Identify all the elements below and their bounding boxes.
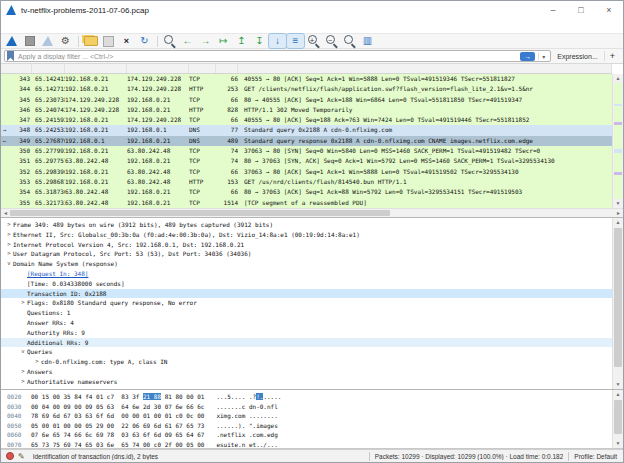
expander-icon[interactable] [19, 308, 27, 318]
scrollbar-thumb[interactable] [10, 210, 390, 216]
packet-list-scrollbar[interactable]: ▲ ▼ [612, 74, 623, 208]
hex-line[interactable]: 0050 05 00 01 00 00 05 29 00 22 06 69 6d… [1, 421, 612, 431]
profile-text[interactable]: Profile: Default [574, 453, 623, 460]
detail-line[interactable]: [Request In: 348] [1, 269, 612, 279]
capture-comment-icon[interactable]: ✎ [18, 452, 25, 461]
expander-icon[interactable] [19, 328, 27, 338]
goto-packet-icon[interactable]: ↦ [215, 34, 232, 48]
colorize-icon[interactable]: ≡ [287, 34, 304, 48]
expander-icon[interactable]: > [5, 249, 13, 259]
expander-icon[interactable] [19, 338, 27, 348]
previous-packet-icon[interactable]: ← [179, 34, 196, 48]
scrollbar-thumb[interactable] [614, 228, 622, 367]
packet-row[interactable]: 352 65.298396 192.168.0.21 63.80.242.48 … [1, 167, 612, 177]
column-header[interactable] [35, 64, 65, 73]
expander-icon[interactable] [19, 289, 27, 299]
details-scrollbar[interactable]: ▲ ▼ [612, 218, 623, 389]
packet-row[interactable]: ← 349 65.276870 192.168.0.1 192.168.0.21… [1, 136, 612, 146]
expander-icon[interactable]: > [5, 240, 13, 250]
detail-line[interactable]: >Answers [1, 367, 612, 377]
packet-row[interactable]: 343 65.142415 192.168.0.21 174.129.249.2… [1, 74, 612, 84]
zoom-out-icon[interactable]: − [323, 34, 340, 48]
detail-line[interactable]: >Flags: 0x8180 Standard query response, … [1, 298, 612, 308]
column-header[interactable] [127, 64, 189, 73]
detail-line[interactable]: [Time: 0.034338000 seconds] [1, 279, 612, 289]
autoscroll-icon[interactable]: ↓ [269, 34, 286, 48]
scroll-up-icon[interactable]: ▲ [613, 74, 623, 83]
open-file-icon[interactable] [82, 34, 99, 48]
column-header[interactable] [244, 64, 612, 73]
scroll-down-icon[interactable]: ▼ [613, 439, 623, 448]
scroll-right-icon[interactable]: ► [616, 209, 621, 218]
expander-icon[interactable]: > [5, 230, 13, 240]
detail-line[interactable]: >User Datagram Protocol, Src Port: 53 (5… [1, 249, 612, 259]
resize-columns-icon[interactable]: ▥ [359, 34, 376, 48]
column-header[interactable] [8, 64, 32, 73]
hex-line[interactable]: 0070 65 73 75 69 74 65 03 6e 65 74 00 c0… [1, 440, 612, 449]
find-packet-icon[interactable] [161, 34, 178, 48]
minimize-button[interactable]: – [539, 1, 567, 19]
expander-icon[interactable]: v [19, 347, 27, 357]
first-packet-icon[interactable]: ↥ [233, 34, 250, 48]
packet-row[interactable]: → 348 65.242532 192.168.0.21 192.168.0.1… [1, 125, 612, 135]
expander-icon[interactable] [19, 318, 27, 328]
detail-line[interactable]: >Authoritative nameservers [1, 377, 612, 387]
scroll-left-icon[interactable]: ◄ [3, 209, 8, 218]
detail-line[interactable]: Additional RRs: 9 [1, 338, 612, 348]
packet-row[interactable]: 347 65.241592 192.168.0.21 174.129.249.2… [1, 115, 612, 125]
close-file-icon[interactable]: × [118, 34, 135, 48]
detail-line[interactable]: vQueries [1, 347, 612, 357]
start-capture-icon[interactable] [3, 34, 20, 48]
save-file-icon[interactable] [100, 34, 117, 48]
packet-row[interactable]: 344 65.142715 192.168.0.21 174.129.249.2… [1, 84, 612, 94]
hex-line[interactable]: 0040 78 69 6d 67 03 63 6f 6d 00 00 01 00… [1, 411, 612, 421]
close-button[interactable]: × [595, 1, 623, 19]
toolbar-button[interactable] [157, 36, 158, 47]
expander-icon[interactable]: > [19, 367, 27, 377]
scroll-down-icon[interactable]: ▼ [613, 380, 623, 389]
hex-line[interactable]: 0020 00 15 00 35 84 f4 01 c7 83 3f 21 88… [1, 392, 612, 402]
detail-line[interactable]: >Frame 349: 489 bytes on wire (3912 bits… [1, 220, 612, 230]
scroll-down-icon[interactable]: ▼ [613, 199, 623, 208]
packet-row[interactable]: 350 65.277992 192.168.0.21 63.80.242.48 … [1, 146, 612, 156]
hex-line[interactable]: 0060 07 6e 65 74 66 6c 69 78 03 63 6f 6d… [1, 430, 612, 440]
detail-line[interactable]: Questions: 1 [1, 308, 612, 318]
expert-info-icon[interactable] [6, 452, 14, 460]
detail-line[interactable]: vDomain Name System (response) [1, 259, 612, 269]
detail-line[interactable]: >Ethernet II, Src: Globalsc_00:3b:0a (f0… [1, 230, 612, 240]
packet-row[interactable]: 345 65.230738 174.129.249.228 192.168.0.… [1, 95, 612, 105]
packet-row[interactable]: 355 65.321733 63.80.242.48 192.168.0.21 … [1, 198, 612, 208]
expression-button[interactable]: Expression... [551, 53, 603, 60]
packet-row[interactable]: 351 65.297757 63.80.242.48 192.168.0.21 … [1, 156, 612, 166]
bookmark-icon[interactable] [7, 51, 14, 61]
expander-icon[interactable]: v [5, 259, 13, 269]
last-packet-icon[interactable]: ↧ [251, 34, 268, 48]
detail-line[interactable]: Authority RRs: 9 [1, 328, 612, 338]
column-header[interactable] [65, 64, 127, 73]
column-header[interactable] [189, 64, 216, 73]
next-packet-icon[interactable]: → [197, 34, 214, 48]
scroll-up-icon[interactable]: ▲ [613, 390, 623, 399]
hex-line[interactable]: 0030 00 04 00 09 00 09 05 63 64 6e 2d 30… [1, 402, 612, 412]
expander-icon[interactable] [19, 269, 27, 279]
scrollbar-minimap[interactable] [614, 83, 622, 199]
toolbar-button[interactable] [78, 36, 79, 47]
capture-options-icon[interactable]: ⚙ [57, 34, 74, 48]
detail-line[interactable]: >Internet Protocol Version 4, Src: 192.1… [1, 240, 612, 250]
filter-history-caret-icon[interactable]: ▾ [538, 53, 548, 60]
packet-row[interactable]: 346 65.240742 174.129.249.228 192.168.0.… [1, 105, 612, 115]
expander-icon[interactable]: > [19, 377, 27, 387]
column-header[interactable] [216, 64, 238, 73]
detail-line[interactable]: >cdn-0.nflximg.com: type A, class IN [1, 357, 612, 367]
packet-row[interactable]: 353 65.298687 192.168.0.21 63.80.242.48 … [1, 177, 612, 187]
detail-line[interactable]: Transaction ID: 0x2188 [1, 289, 612, 299]
apply-filter-button[interactable]: → [520, 52, 535, 61]
scroll-up-icon[interactable]: ▲ [613, 218, 623, 227]
restart-capture-icon[interactable] [39, 34, 56, 48]
expander-icon[interactable]: > [5, 220, 13, 230]
hex-scrollbar[interactable]: ▲ ▼ [612, 390, 623, 448]
expander-icon[interactable] [19, 279, 27, 289]
zoom-in-icon[interactable]: + [305, 34, 322, 48]
reload-icon[interactable]: ↻ [136, 34, 153, 48]
expander-icon[interactable]: > [33, 357, 41, 367]
